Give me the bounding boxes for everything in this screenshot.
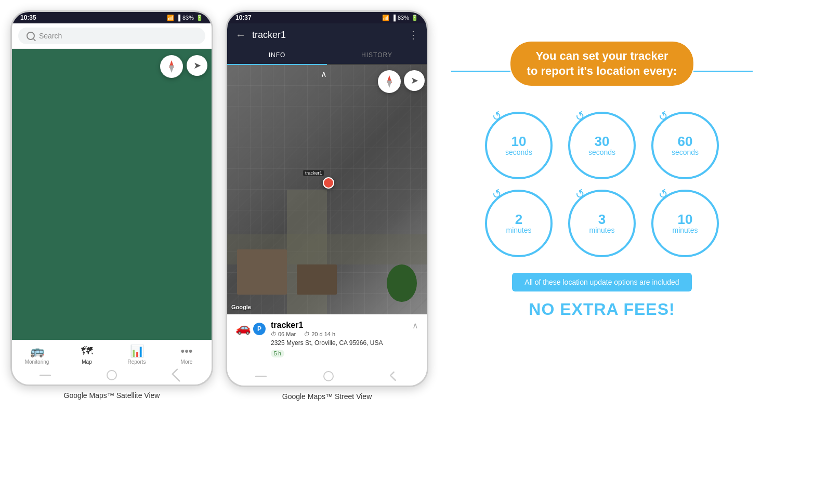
- back-button[interactable]: ←: [235, 29, 246, 41]
- meta-duration: ⏱ 20 d 14 h: [304, 331, 335, 337]
- location-icon-p2: ➤: [411, 75, 418, 86]
- circle-arrow-1: ↺: [490, 108, 505, 125]
- aerial-map-area[interactable]: ➤ tracker1 Google ∧: [227, 65, 427, 314]
- system-nav-phone1: [12, 367, 212, 384]
- search-bar: Search: [12, 23, 212, 49]
- phone2-header: ← tracker1 ⋮: [227, 23, 427, 46]
- tab-history[interactable]: HISTORY: [327, 46, 427, 64]
- wifi-icon-p2: 📶: [382, 15, 389, 21]
- tracker-info-header: 🚗 P tracker1 ⏱ 06 Mar ⏱ 20 d 14: [235, 321, 418, 357]
- location-button-p2[interactable]: ➤: [404, 70, 425, 91]
- wifi-icon: 📶: [167, 15, 174, 21]
- google-watermark-map2: Google: [231, 304, 251, 310]
- circle-60-seconds: ↺ 60 seconds: [651, 112, 719, 179]
- status-time-phone2: 10:37: [235, 14, 252, 21]
- search-placeholder: Search: [39, 32, 62, 40]
- phone1-column: 10:35 📶 ▐ 83% 🔋 Search: [10, 10, 213, 400]
- bottom-nav-phone1: 🚌 Monitoring 🗺 Map 📊 Reports ••• More: [12, 340, 212, 367]
- circle-arrow-5: ↺: [573, 186, 588, 203]
- circle-arrow-4: ↺: [490, 186, 505, 203]
- header-title: tracker1: [252, 30, 402, 41]
- circle-number-4: 2: [515, 213, 522, 226]
- nav-label-map: Map: [82, 359, 91, 365]
- circle-unit-6: minutes: [672, 226, 698, 234]
- circle-3-minutes: ↺ 3 minutes: [568, 190, 636, 257]
- circle-unit-5: minutes: [589, 226, 614, 234]
- sys-btn-back[interactable]: [171, 368, 185, 382]
- circle-arrow-3: ↺: [656, 108, 671, 125]
- circle-unit-1: seconds: [505, 148, 532, 156]
- status-icons-phone2: 📶 ▐ 83% 🔋: [382, 15, 418, 21]
- circle-number-3: 60: [678, 135, 693, 148]
- circle-30-seconds: ↺ 30 seconds: [568, 112, 636, 179]
- sys-btn-recent[interactable]: [40, 375, 51, 376]
- compass-needle-p2: [386, 75, 392, 88]
- status-icons-phone1: 📶 ▐ 83% 🔋: [167, 15, 203, 21]
- aerial-map: ➤ tracker1 Google ∧: [227, 65, 427, 314]
- more-icon: •••: [180, 344, 192, 358]
- battery-text-phone1: 83%: [182, 15, 194, 21]
- phone1-caption: Google Maps™ Satellite View: [64, 391, 160, 400]
- nav-item-reports[interactable]: 📊 Reports: [112, 344, 162, 365]
- status-time-phone1: 10:35: [20, 14, 36, 21]
- phone2-mockup: 10:37 📶 ▐ 83% 🔋 ← tracker1 ⋮ INFO: [226, 10, 428, 387]
- tracker-icons: 🚗 P: [235, 321, 266, 335]
- map-icon: 🗺: [81, 344, 93, 358]
- circle-number-2: 30: [595, 135, 610, 148]
- sys-btn-back-p2[interactable]: [389, 371, 400, 381]
- battery-text-phone2: 83%: [398, 15, 409, 21]
- nav-label-more: More: [181, 359, 193, 365]
- search-icon: [27, 32, 35, 40]
- headline-left-line: [451, 71, 510, 72]
- tracker-label-map2: tracker1: [303, 170, 324, 176]
- circle-number-1: 10: [511, 135, 527, 148]
- more-button[interactable]: ⋮: [408, 29, 418, 41]
- phone2-column: 10:37 📶 ▐ 83% 🔋 ← tracker1 ⋮ INFO: [226, 10, 428, 401]
- status-bar-phone1: 10:35 📶 ▐ 83% 🔋: [12, 12, 212, 23]
- reports-icon: 📊: [130, 344, 144, 358]
- included-banner: All of these location update options are…: [512, 273, 691, 291]
- location-button[interactable]: ➤: [187, 55, 207, 76]
- headline-wrapper: You can set your tracker to report it's …: [451, 42, 753, 101]
- sys-btn-home-p2[interactable]: [323, 371, 334, 381]
- signal-icon: ▐: [176, 15, 180, 21]
- circle-2-minutes: ↺ 2 minutes: [485, 190, 553, 257]
- location-icon: ➤: [193, 60, 201, 71]
- tab-info[interactable]: INFO: [227, 46, 327, 65]
- sys-btn-recent-p2[interactable]: [255, 376, 267, 377]
- tracker-details: tracker1 ⏱ 06 Mar ⏱ 20 d 14 h 2325 Mye: [271, 321, 407, 357]
- compass-needle: [168, 60, 175, 73]
- headline-banner: You can set your tracker to report it's …: [510, 42, 694, 86]
- tracker-meta: ⏱ 06 Mar ⏱ 20 d 14 h: [271, 331, 407, 337]
- circles-grid: ↺ 10 seconds ↺ 30 seconds ↺ 60 s: [485, 112, 719, 257]
- chevron-up-icon[interactable]: ∧: [412, 321, 418, 330]
- satellite-map-area[interactable]: ➤ iTrack1TE BOLD (0177) Google 200 mi500…: [12, 49, 212, 340]
- system-nav-phone2: [227, 368, 427, 386]
- tracker-info-panel: 🚗 P tracker1 ⏱ 06 Mar ⏱ 20 d 14: [227, 314, 427, 368]
- trees1: [387, 264, 417, 302]
- nav-item-map[interactable]: 🗺 Map: [62, 344, 112, 365]
- headline-right-line: [693, 71, 753, 72]
- tabs-row: INFO HISTORY: [227, 46, 427, 65]
- nav-item-monitoring[interactable]: 🚌 Monitoring: [12, 344, 62, 365]
- circle-unit-3: seconds: [672, 148, 699, 156]
- signal-icon-p2: ▐: [391, 15, 396, 21]
- panel-chevron[interactable]: ∧: [321, 69, 327, 79]
- sys-btn-home[interactable]: [107, 370, 117, 380]
- circle-10-seconds: ↺ 10 seconds: [485, 112, 553, 179]
- circle-arrow-2: ↺: [573, 108, 588, 125]
- nav-label-reports: Reports: [127, 359, 146, 365]
- car-icon: 🚗: [235, 321, 251, 335]
- infographic-panel: You can set your tracker to report it's …: [441, 10, 763, 329]
- monitoring-icon: 🚌: [30, 344, 44, 358]
- nav-item-more[interactable]: ••• More: [162, 344, 212, 365]
- building2: [297, 264, 337, 295]
- search-input-wrap[interactable]: Search: [18, 28, 205, 44]
- compass-button-p2[interactable]: [378, 70, 401, 93]
- status-bar-phone2: 10:37 📶 ▐ 83% 🔋: [227, 12, 427, 23]
- timer-icon: ⏱: [304, 331, 310, 337]
- phone2-caption: Google Maps™ Street View: [282, 392, 372, 401]
- tracker-p-badge: P: [253, 323, 266, 335]
- circle-arrow-6: ↺: [656, 186, 671, 203]
- compass-button[interactable]: [160, 55, 183, 78]
